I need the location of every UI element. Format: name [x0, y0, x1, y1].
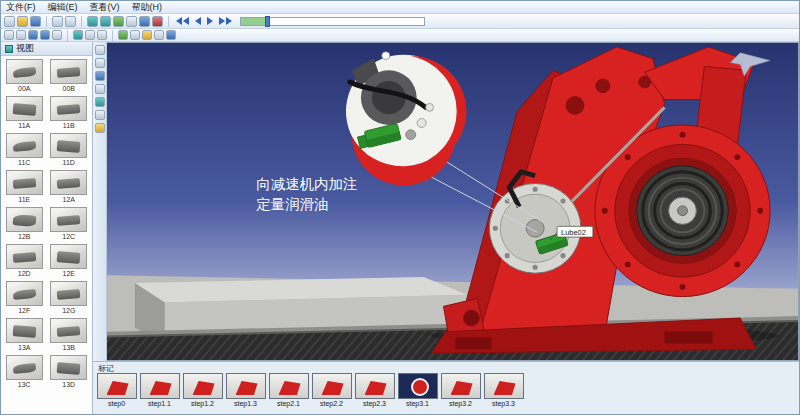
home-view-icon[interactable]	[73, 30, 83, 40]
view-thumbnail-image[interactable]	[6, 59, 43, 84]
view-thumbnail-image[interactable]	[6, 133, 43, 158]
view-thumbnail[interactable]: 13B	[48, 318, 91, 352]
light-tool-icon[interactable]	[95, 123, 105, 133]
step-thumbnail[interactable]: step3.3	[483, 373, 524, 409]
next-view-icon[interactable]	[97, 30, 107, 40]
step-thumbnail-image[interactable]	[226, 373, 266, 399]
view-thumbnail-image[interactable]	[6, 170, 43, 195]
zoom-window-icon[interactable]	[40, 30, 50, 40]
step-thumbnail-image[interactable]	[441, 373, 481, 399]
new-icon[interactable]	[4, 16, 15, 27]
select-tool-icon[interactable]	[95, 45, 105, 55]
save-icon[interactable]	[30, 16, 41, 27]
fit-view-icon[interactable]	[95, 97, 105, 107]
view-thumbnail-image[interactable]	[50, 59, 87, 84]
view-thumbnail-image[interactable]	[6, 355, 43, 380]
step-thumbnail[interactable]: step2.3	[354, 373, 395, 409]
view-thumbnail-label: 13B	[63, 343, 75, 352]
view-thumbnail-image[interactable]	[50, 96, 87, 121]
paste-icon[interactable]	[65, 16, 76, 27]
step-thumbnail-image[interactable]	[97, 373, 137, 399]
view-thumbnail[interactable]: 11D	[48, 133, 91, 167]
markup-icon[interactable]	[142, 30, 152, 40]
step-thumbnail[interactable]: step0	[96, 373, 137, 409]
rotate-icon[interactable]	[52, 30, 62, 40]
zoom-tool-icon[interactable]	[95, 71, 105, 81]
copy-icon[interactable]	[52, 16, 63, 27]
prev-view-icon[interactable]	[85, 30, 95, 40]
view-thumbnail-image[interactable]	[50, 318, 87, 343]
view-thumbnail-image[interactable]	[6, 281, 43, 306]
step-thumbnail[interactable]: step2.2	[311, 373, 352, 409]
step-thumbnail-image[interactable]	[312, 373, 352, 399]
timeline-knob[interactable]	[265, 16, 270, 27]
timeline-slider[interactable]	[240, 17, 425, 26]
wireframe-mode-icon[interactable]	[130, 30, 140, 40]
view-thumbnail[interactable]: 11A	[3, 96, 46, 130]
open-icon[interactable]	[17, 16, 28, 27]
menu-view[interactable]: 查看(V)	[90, 1, 120, 14]
step-thumbnail-selected[interactable]: step3.1	[397, 373, 438, 409]
view-thumbnail[interactable]: 12A	[48, 170, 91, 204]
shaded-mode-icon[interactable]	[118, 30, 128, 40]
camera-tool-icon[interactable]	[95, 110, 105, 120]
view-thumbnail[interactable]: 00A	[3, 59, 46, 93]
view-thumbnail[interactable]: 12B	[3, 207, 46, 241]
view-thumbnail[interactable]: 11B	[48, 96, 91, 130]
view-thumbnail-image[interactable]	[6, 207, 43, 232]
step-thumbnail[interactable]: step1.3	[225, 373, 266, 409]
print-icon[interactable]	[126, 16, 137, 27]
view-thumbnail-image[interactable]	[50, 355, 87, 380]
view-thumbnail[interactable]: 12D	[3, 244, 46, 278]
view-thumbnail-image[interactable]	[6, 318, 43, 343]
view-thumbnail[interactable]: 12E	[48, 244, 91, 278]
view-thumbnail[interactable]: 12F	[3, 281, 46, 315]
scene-3d[interactable]: 向减速机内加注 定量润滑油 Lube02	[107, 43, 798, 360]
view-thumbnail[interactable]: 12C	[48, 207, 91, 241]
first-step-button[interactable]	[174, 17, 191, 25]
view-thumbnail-image[interactable]	[50, 170, 87, 195]
view-thumbnail-image[interactable]	[6, 96, 43, 121]
view-thumbnail[interactable]: 00B	[48, 59, 91, 93]
zoom-icon[interactable]	[28, 30, 38, 40]
step-thumbnail-image[interactable]	[269, 373, 309, 399]
play-button[interactable]	[205, 17, 215, 25]
view-thumbnail[interactable]: 13D	[48, 355, 91, 389]
step-thumbnail-image[interactable]	[355, 373, 395, 399]
step-thumbnail[interactable]: step1.1	[139, 373, 180, 409]
step-thumbnail-image[interactable]	[484, 373, 524, 399]
prev-step-button[interactable]	[193, 17, 203, 25]
step-thumbnail-image[interactable]	[398, 373, 438, 399]
note-icon[interactable]	[166, 30, 176, 40]
step-thumbnail-image[interactable]	[183, 373, 223, 399]
view-thumbnail-image[interactable]	[50, 244, 87, 269]
step-thumbnail[interactable]: step1.2	[182, 373, 223, 409]
render-icon[interactable]	[113, 16, 124, 27]
camera-icon[interactable]	[139, 16, 150, 27]
view-thumbnail-image[interactable]	[50, 133, 87, 158]
view-thumbnail[interactable]: 11E	[3, 170, 46, 204]
rotate-tool-icon[interactable]	[95, 84, 105, 94]
table-icon[interactable]	[100, 16, 111, 27]
view-thumbnail[interactable]: 11C	[3, 133, 46, 167]
pan-tool-icon[interactable]	[95, 58, 105, 68]
view-thumbnail-image[interactable]	[50, 281, 87, 306]
step-thumbnail[interactable]: step3.2	[440, 373, 481, 409]
pan-icon[interactable]	[16, 30, 26, 40]
view-thumbnail[interactable]: 13C	[3, 355, 46, 389]
view-thumbnail[interactable]: 13A	[3, 318, 46, 352]
select-icon[interactable]	[4, 30, 14, 40]
step-thumbnail[interactable]: step2.1	[268, 373, 309, 409]
view-thumbnail[interactable]: 12G	[48, 281, 91, 315]
grid-icon[interactable]	[87, 16, 98, 27]
record-icon[interactable]	[152, 16, 163, 27]
viewport-3d[interactable]: 向减速机内加注 定量润滑油 Lube02	[107, 42, 799, 361]
step-thumbnail-image[interactable]	[140, 373, 180, 399]
next-step-button[interactable]	[217, 17, 234, 25]
view-thumbnail-image[interactable]	[50, 207, 87, 232]
measure-icon[interactable]	[154, 30, 164, 40]
menu-edit[interactable]: 编辑(E)	[48, 1, 78, 14]
menu-file[interactable]: 文件(F)	[6, 1, 36, 14]
menu-help[interactable]: 帮助(H)	[132, 1, 163, 14]
view-thumbnail-image[interactable]	[6, 244, 43, 269]
